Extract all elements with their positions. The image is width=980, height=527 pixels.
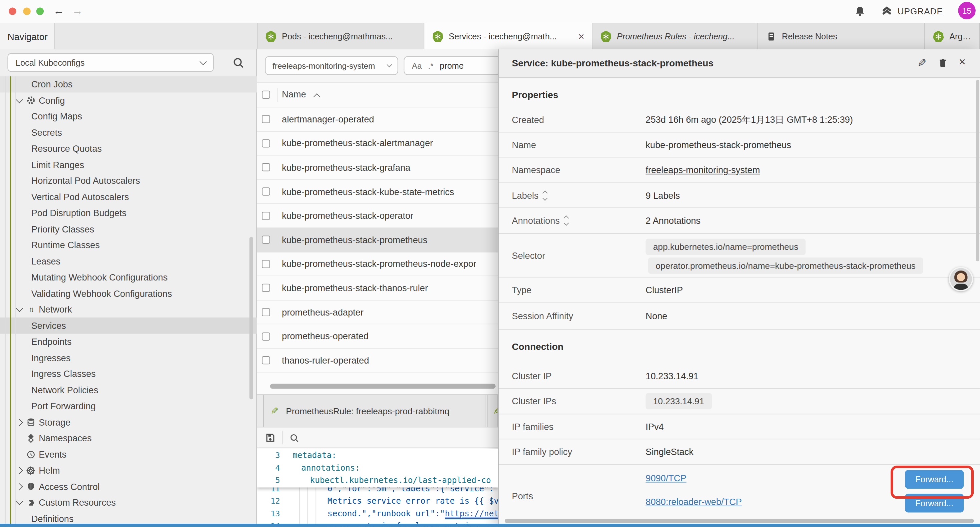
tab-services[interactable]: Services - icecheng@math...× <box>424 23 592 49</box>
sidebar-item-custom-resources[interactable]: Custom Resources <box>0 495 257 511</box>
yaml-editor[interactable]: 110","for":"5m","labels":{"service":12Me… <box>257 449 498 527</box>
chevron-right-icon[interactable] <box>16 483 23 490</box>
sidebar-item-secrets[interactable]: Secrets <box>0 124 257 140</box>
edit-pencil-icon[interactable]: ✎ <box>918 57 927 70</box>
chevron-down-icon[interactable] <box>16 97 23 104</box>
editor-tab-partial[interactable]: ✎ <box>487 395 498 427</box>
row-checkbox[interactable] <box>262 212 270 220</box>
row-checkbox[interactable] <box>262 308 270 316</box>
sidebar-item-storage[interactable]: Storage <box>0 414 257 430</box>
sidebar-item-limit-ranges[interactable]: Limit Ranges <box>0 157 257 173</box>
bell-icon[interactable] <box>854 6 865 17</box>
save-icon[interactable] <box>265 433 275 443</box>
sidebar-item-ingresses[interactable]: Ingresses <box>0 350 257 366</box>
table-row[interactable]: kube-prometheus-stack-thanos-ruler <box>257 276 498 300</box>
trash-icon[interactable] <box>938 57 948 68</box>
table-row[interactable]: kube-prometheus-stack-prometheus <box>257 228 498 252</box>
row-checkbox[interactable] <box>262 356 270 364</box>
row-checkbox[interactable] <box>262 332 270 340</box>
table-search-input[interactable]: Aa .* prome <box>404 56 504 75</box>
sidebar-item-config[interactable]: Config <box>0 92 257 108</box>
close-tab-icon[interactable]: × <box>578 31 584 42</box>
sidebar-item-helm[interactable]: Helm <box>0 463 257 479</box>
regex-toggle[interactable]: .* <box>428 61 433 70</box>
sidebar-item-runtime-classes[interactable]: Runtime Classes <box>0 237 257 253</box>
sidebar-item-services[interactable]: Services <box>0 318 257 334</box>
sidebar-item-access-control[interactable]: Access Control <box>0 479 257 495</box>
table-row[interactable]: prometheus-adapter <box>257 301 498 325</box>
sidebar-item-events[interactable]: Events <box>0 446 257 462</box>
maximize-window-button[interactable] <box>37 7 44 15</box>
sidebar-item-network-policies[interactable]: Network Policies <box>0 382 257 398</box>
tab-release[interactable]: Release Notes <box>758 23 925 49</box>
expand-icon[interactable] <box>564 216 568 225</box>
table-row[interactable]: kube-prometheus-stack-prometheus-node-ex… <box>257 252 498 276</box>
close-window-button[interactable] <box>9 7 16 15</box>
sidebar-item-leases[interactable]: Leases <box>0 253 257 269</box>
sidebar-item-vertical-pod-autoscalers[interactable]: Vertical Pod Autoscalers <box>0 189 257 205</box>
sidebar-item-mutating-webhook-configurations[interactable]: Mutating Webhook Configurations <box>0 269 257 285</box>
namespace-link[interactable]: freeleaps-monitoring-system <box>646 165 760 175</box>
sidebar-item-horizontal-pod-autoscalers[interactable]: Horizontal Pod Autoscalers <box>0 173 257 189</box>
row-checkbox[interactable] <box>262 164 270 172</box>
drawer-vertical-scrollbar[interactable] <box>976 80 979 261</box>
notification-badge[interactable]: 15 <box>958 2 975 19</box>
table-row[interactable]: prometheus-operated <box>257 325 498 349</box>
forward-arrow-icon[interactable]: → <box>70 4 85 19</box>
table-row[interactable]: kube-prometheus-stack-operator <box>257 204 498 228</box>
select-all-checkbox[interactable] <box>262 91 270 99</box>
sidebar-item-pod-disruption-budgets[interactable]: Pod Disruption Budgets <box>0 205 257 221</box>
sidebar-scrollbar[interactable] <box>250 237 253 399</box>
chevron-down-icon[interactable] <box>16 499 23 506</box>
sidebar-search-icon[interactable] <box>232 57 245 69</box>
sidebar-item-port-forwarding[interactable]: Port Forwarding <box>0 398 257 414</box>
table-row[interactable]: kube-prometheus-stack-kube-state-metrics <box>257 180 498 204</box>
match-case-toggle[interactable]: Aa <box>412 61 422 70</box>
sort-ascending-icon[interactable] <box>313 93 320 100</box>
table-horizontal-scrollbar[interactable] <box>270 384 495 388</box>
sidebar-item-resource-quotas[interactable]: Resource Quotas <box>0 141 257 157</box>
port-link[interactable]: 9090/TCP <box>646 473 686 483</box>
forward-button[interactable]: Forward... <box>905 470 964 489</box>
avatar[interactable] <box>949 267 973 291</box>
editor-tab-prometheusrule[interactable]: ✎ PrometheusRule: freeleaps-prod-rabbitm… <box>263 395 486 427</box>
tab-prometheus[interactable]: Prometheus Rules - icecheng... <box>592 23 758 49</box>
chevron-right-icon[interactable] <box>16 466 23 474</box>
drawer-horizontal-scrollbar[interactable] <box>505 519 974 523</box>
forward-button[interactable]: Forward... <box>905 494 964 512</box>
sidebar-item-network[interactable]: ↑↓Network <box>0 301 257 318</box>
table-row[interactable]: thanos-ruler-operated <box>257 349 498 373</box>
table-row[interactable]: kube-prometheus-stack-grafana <box>257 156 498 180</box>
sidebar-item-ingress-classes[interactable]: Ingress Classes <box>0 366 257 382</box>
name-column-header[interactable]: Name <box>282 89 306 99</box>
table-row[interactable]: alertmanager-operated <box>257 107 498 131</box>
expand-icon[interactable] <box>543 191 547 199</box>
sidebar-item-config-maps[interactable]: Config Maps <box>0 108 257 124</box>
row-checkbox[interactable] <box>262 236 270 244</box>
tab-argo[interactable]: Argo Se <box>925 23 980 49</box>
row-checkbox[interactable] <box>262 260 270 268</box>
row-checkbox[interactable] <box>262 139 270 147</box>
chevron-down-icon[interactable] <box>16 306 23 313</box>
sidebar-item-endpoints[interactable]: Endpoints <box>0 334 257 350</box>
kubeconfig-selector[interactable]: Local Kubeconfigs <box>7 53 213 72</box>
row-checkbox[interactable] <box>262 115 270 123</box>
sidebar-item-namespaces[interactable]: Namespaces <box>0 430 257 446</box>
minimize-window-button[interactable] <box>23 7 30 15</box>
sidebar-item-validating-webhook-configurations[interactable]: Validating Webhook Configurations <box>0 285 257 301</box>
sidebar-item-cron-jobs[interactable]: Cron Jobs <box>0 76 257 92</box>
namespace-selector[interactable]: freeleaps-monitoring-system <box>265 56 398 75</box>
sidebar-item-priority-classes[interactable]: Priority Classes <box>0 221 257 237</box>
selector-chip: operator.prometheus.io/name=kube-prometh… <box>648 258 923 274</box>
chevron-right-icon[interactable] <box>16 419 23 426</box>
upgrade-button[interactable]: UPGRADE <box>881 6 943 17</box>
close-icon[interactable]: × <box>959 55 966 69</box>
port-link[interactable]: 8080:reloader-web/TCP <box>646 497 742 507</box>
table-row[interactable]: kube-prometheus-stack-alertmanager <box>257 132 498 156</box>
row-checkbox[interactable] <box>262 188 270 196</box>
editor-search-icon[interactable] <box>290 433 299 443</box>
row-checkbox[interactable] <box>262 284 270 292</box>
tab-pods[interactable]: Pods - icecheng@mathmas... <box>257 23 424 49</box>
back-arrow-icon[interactable]: ← <box>51 4 66 19</box>
navigator-panel-tab[interactable]: Navigator <box>0 23 55 49</box>
